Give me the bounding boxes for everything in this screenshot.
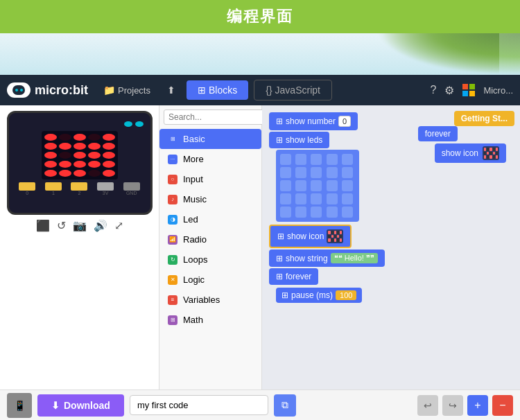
led-20 bbox=[44, 170, 57, 177]
grid-cell-0[interactable] bbox=[280, 154, 291, 165]
grid-cell-16[interactable] bbox=[295, 193, 306, 204]
navbar: micro:bit 📁 Projects ⬆ ⊞ Blocks {} JavaS… bbox=[0, 75, 520, 105]
grid-cell-21[interactable] bbox=[295, 207, 306, 218]
grid-cell-9[interactable] bbox=[342, 167, 353, 178]
redo-button[interactable]: ↪ bbox=[442, 395, 463, 416]
grid-cell-10[interactable] bbox=[280, 180, 291, 191]
copy-button[interactable]: ⧉ bbox=[274, 394, 296, 417]
grid-cell-13[interactable] bbox=[327, 180, 338, 191]
category-basic[interactable]: ⊞ Basic bbox=[159, 129, 261, 149]
radio-label: Radio bbox=[183, 234, 207, 245]
share-button[interactable]: ⬆ bbox=[162, 82, 181, 98]
screenshot-button[interactable]: 📷 bbox=[73, 219, 87, 232]
led-14 bbox=[103, 152, 115, 159]
grid-cell-6[interactable] bbox=[295, 167, 306, 178]
grid-cell-11[interactable] bbox=[295, 180, 306, 191]
grid-cell-14[interactable] bbox=[342, 180, 353, 191]
show-number-block[interactable]: ⊞ show number 0 bbox=[269, 112, 358, 130]
grid-cell-7[interactable] bbox=[311, 167, 322, 178]
javascript-tab-label: JavaScript bbox=[275, 85, 320, 96]
fullscreen-button[interactable]: ⤢ bbox=[114, 219, 123, 232]
led-grid[interactable] bbox=[276, 150, 359, 222]
zoom-in-icon: + bbox=[474, 399, 480, 412]
grid-cell-5[interactable] bbox=[280, 167, 291, 178]
category-more[interactable]: ··· More bbox=[159, 149, 261, 169]
settings-icon[interactable]: ⚙ bbox=[444, 84, 454, 97]
grid-cell-3[interactable] bbox=[327, 154, 338, 165]
grid-cell-2[interactable] bbox=[311, 154, 322, 165]
pause-value[interactable]: 100 bbox=[336, 290, 356, 300]
tab-blocks[interactable]: ⊞ Blocks bbox=[187, 80, 248, 100]
download-button[interactable]: ⬇ Download bbox=[37, 394, 124, 417]
grid-cell-22[interactable] bbox=[311, 207, 322, 218]
microbit-logo[interactable]: micro:bit bbox=[7, 82, 88, 98]
show-string-value[interactable]: ❝❝ Hello! ❞❞ bbox=[331, 253, 378, 263]
projects-button[interactable]: 📁 Projects bbox=[98, 82, 156, 98]
category-variables[interactable]: ≡ Variables bbox=[159, 290, 261, 310]
category-math[interactable]: ⊞ Math bbox=[159, 310, 261, 330]
device-icon-button[interactable]: 📱 bbox=[7, 393, 32, 418]
stop-button[interactable]: ⬛ bbox=[36, 219, 50, 232]
led-16 bbox=[59, 161, 71, 168]
workspace[interactable]: ⊞ show number 0 ⊞ show leds bbox=[262, 105, 520, 390]
sound-button[interactable]: 🔊 bbox=[94, 219, 107, 232]
grid-cell-4[interactable] bbox=[342, 154, 353, 165]
led-6 bbox=[59, 143, 71, 150]
grid-cell-23[interactable] bbox=[327, 207, 338, 218]
category-music[interactable]: ♪ Music bbox=[159, 189, 261, 209]
forever-icon: ⊞ bbox=[276, 272, 283, 281]
title-bar: 编程界面 bbox=[0, 0, 520, 33]
restart-button[interactable]: ↺ bbox=[57, 219, 66, 232]
blocks-tab-label: Blocks bbox=[209, 85, 237, 96]
category-led[interactable]: ◑ Led bbox=[159, 209, 261, 229]
grid-cell-19[interactable] bbox=[342, 193, 353, 204]
zoom-in-button[interactable]: + bbox=[467, 395, 488, 416]
help-icon[interactable]: ? bbox=[430, 84, 436, 96]
led-12 bbox=[73, 152, 86, 159]
category-input[interactable]: ○ Input bbox=[159, 169, 261, 189]
show-leds-block[interactable]: ⊞ show leds bbox=[269, 132, 329, 148]
floating-icon-block[interactable]: show icon bbox=[435, 143, 506, 163]
forever-block[interactable]: ⊞ forever bbox=[269, 268, 318, 285]
show-icon-icon: ⊞ bbox=[277, 231, 284, 241]
nav-microbit-label: Micro... bbox=[483, 85, 513, 96]
grid-cell-12[interactable] bbox=[311, 180, 322, 191]
search-input[interactable] bbox=[164, 110, 277, 125]
pause-block[interactable]: ⊞ pause (ms) 100 bbox=[276, 288, 362, 303]
getting-started-badge[interactable]: Getting St... bbox=[454, 111, 514, 126]
floating-icon-preview bbox=[483, 146, 499, 160]
logo-icon bbox=[7, 82, 31, 98]
project-name-input[interactable] bbox=[130, 395, 268, 415]
zoom-out-button[interactable]: − bbox=[492, 395, 513, 416]
more-label: More bbox=[183, 154, 204, 164]
category-loops[interactable]: ↻ Loops bbox=[159, 250, 261, 270]
show-string-icon: ⊞ bbox=[276, 254, 283, 263]
show-string-block[interactable]: ⊞ show string ❝❝ Hello! ❞❞ bbox=[269, 250, 385, 267]
grid-cell-17[interactable] bbox=[311, 193, 322, 204]
led-19 bbox=[103, 161, 115, 168]
undo-button[interactable]: ↩ bbox=[417, 395, 438, 416]
download-arrow-icon: ⬇ bbox=[51, 400, 60, 411]
show-icon-block[interactable]: ⊞ show icon bbox=[269, 225, 352, 248]
grid-cell-18[interactable] bbox=[327, 193, 338, 204]
pause-text: pause (ms) bbox=[291, 290, 333, 300]
grid-cell-20[interactable] bbox=[280, 207, 291, 218]
icon-preview bbox=[327, 229, 343, 243]
show-number-value[interactable]: 0 bbox=[338, 116, 351, 127]
pin-2 bbox=[71, 182, 87, 191]
tab-javascript[interactable]: {} JavaScript bbox=[254, 80, 332, 100]
basic-dot: ⊞ bbox=[168, 134, 177, 144]
grid-cell-24[interactable] bbox=[342, 207, 353, 218]
logic-dot: ✕ bbox=[168, 275, 177, 285]
floating-forever-block[interactable]: forever bbox=[418, 126, 458, 141]
grid-cell-1[interactable] bbox=[295, 154, 306, 165]
category-radio[interactable]: 📶 Radio bbox=[159, 229, 261, 250]
grid-cell-8[interactable] bbox=[327, 167, 338, 178]
device-icon: 📱 bbox=[14, 400, 26, 411]
microbit-device: 0 1 2 3V GND bbox=[7, 111, 153, 215]
category-logic[interactable]: ✕ Logic bbox=[159, 270, 261, 290]
nav-right-icons: ? ⚙ Micro... bbox=[430, 84, 513, 97]
grid-cell-15[interactable] bbox=[280, 193, 291, 204]
math-label: Math bbox=[183, 315, 203, 325]
variables-dot: ≡ bbox=[168, 295, 177, 305]
